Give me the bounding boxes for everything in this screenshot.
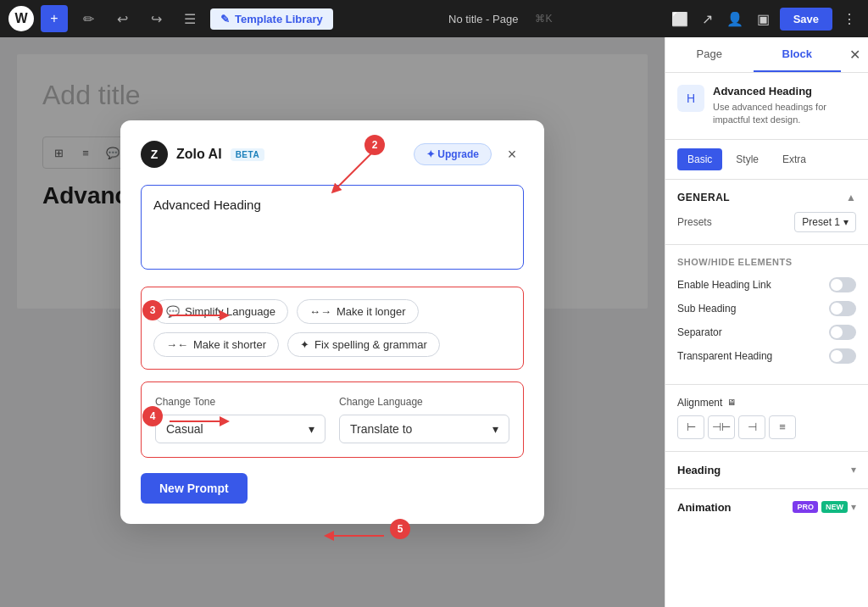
template-library-icon: ✎: [220, 13, 230, 25]
toggle-separator: Separator: [677, 325, 856, 340]
toggle-sub-heading-label: Sub Heading: [677, 303, 736, 315]
change-language-select[interactable]: Translate to ▾: [339, 415, 509, 443]
toggle-sub-heading-switch[interactable]: [829, 301, 856, 316]
block-info-icon: H: [677, 85, 704, 112]
heading-chevron-icon[interactable]: ▾: [851, 464, 856, 476]
toggle-separator-switch[interactable]: [829, 325, 856, 340]
toggle-sub-heading: Sub Heading: [677, 301, 856, 316]
make-shorter-label: Make it shorter: [193, 338, 266, 351]
annotation-5: 5: [390, 519, 410, 539]
list-view-button[interactable]: ☰: [176, 5, 203, 32]
modal-logo-area: Z Zolo AI BETA: [141, 141, 264, 168]
align-center-button[interactable]: ⊣⊢: [708, 415, 735, 439]
presets-row: Presets Preset 1 ▾: [677, 212, 856, 232]
save-button[interactable]: Save: [780, 8, 832, 31]
style-tab-extra[interactable]: Extra: [772, 148, 816, 170]
animation-chevron-icon[interactable]: ▾: [851, 501, 856, 513]
edit-icon-button[interactable]: ✏: [75, 5, 102, 32]
expand-icon: ↔→: [309, 305, 331, 318]
change-language-col: Change Language Translate to ▾: [339, 396, 509, 443]
toggle-heading-link: Enable Heading Link: [677, 277, 856, 292]
presets-label: Presets: [677, 216, 712, 228]
general-title: General: [677, 192, 730, 203]
svg-line-0: [335, 152, 373, 190]
page-title: No title - Page: [448, 13, 518, 25]
animation-badges: PRO NEW ▾: [793, 501, 856, 513]
page-title-area: No title - Page ⌘K: [340, 13, 661, 25]
annotation-3-arrow: [165, 307, 233, 332]
fix-spelling-label: Fix spelling & grammar: [314, 338, 427, 351]
new-prompt-button[interactable]: New Prompt: [141, 473, 248, 504]
template-library-button[interactable]: ✎ Template Library: [210, 8, 333, 30]
block-info: H Advanced Heading Use advanced headings…: [665, 73, 868, 140]
tab-block[interactable]: Block: [754, 37, 842, 72]
change-tone-label: Change Tone: [155, 396, 326, 408]
animation-section: Animation PRO NEW ▾: [665, 489, 868, 526]
style-tab-basic[interactable]: Basic: [677, 148, 722, 170]
annotation-5-arrow: [320, 527, 388, 553]
toggle-heading-link-label: Enable Heading Link: [677, 279, 771, 291]
show-hide-title: SHOW/HIDE ELEMENTS: [677, 257, 856, 267]
sidebar-close-button[interactable]: ✕: [841, 42, 868, 69]
right-sidebar: Page Block ✕ H Advanced Heading Use adva…: [665, 37, 868, 607]
modal-footer: New Prompt: [141, 473, 524, 504]
more-options-icon[interactable]: ⋮: [839, 8, 860, 31]
zolo-logo: Z: [141, 141, 168, 168]
toggle-heading-link-switch[interactable]: [829, 277, 856, 292]
toggle-transparent-heading-switch[interactable]: [829, 348, 856, 364]
block-title: Advanced Heading: [713, 85, 856, 97]
heading-section-label: Heading: [677, 464, 721, 476]
main-area: Add title ⊞ ≡ 💬 ✏ ⬡ B Advanced He 2: [0, 37, 868, 607]
make-longer-button[interactable]: ↔→ Make it longer: [297, 299, 419, 324]
annotation-4: 4: [142, 406, 163, 426]
chevron-down-icon: ▾: [309, 422, 314, 436]
language-value: Translate to: [350, 422, 412, 436]
alignment-device-icon: 🖥: [727, 398, 736, 407]
presets-chevron-icon: ▾: [843, 216, 849, 228]
tab-page[interactable]: Page: [665, 37, 754, 72]
add-block-button[interactable]: +: [41, 5, 68, 32]
beta-badge: BETA: [231, 148, 264, 161]
brand-name: Zolo AI: [176, 147, 222, 162]
close-modal-button[interactable]: ×: [500, 142, 524, 166]
wp-logo[interactable]: W: [8, 6, 34, 31]
preview-icon[interactable]: ↗: [698, 8, 716, 31]
annotation-3: 3: [142, 300, 163, 320]
template-library-label: Template Library: [235, 13, 323, 25]
avatar-icon[interactable]: 👤: [723, 8, 747, 31]
redo-button[interactable]: ↪: [142, 5, 170, 32]
general-section: General ▲ Presets Preset 1 ▾: [665, 180, 868, 245]
heading-section: Heading ▾: [665, 452, 868, 489]
align-justify-button[interactable]: ≡: [769, 415, 796, 439]
editor-area: Add title ⊞ ≡ 💬 ✏ ⬡ B Advanced He 2: [0, 37, 665, 607]
sparkle-icon: ✦: [300, 338, 309, 351]
alignment-label: Alignment 🖥: [677, 397, 856, 409]
presets-select[interactable]: Preset 1 ▾: [794, 212, 856, 232]
sidebar-style-tabs: Basic Style Extra: [665, 140, 868, 180]
alignment-buttons: ⊢ ⊣⊢ ⊣ ≡: [677, 415, 856, 439]
chevron-down-icon2: ▾: [492, 422, 498, 436]
block-desc: Use advanced headings for impactful text…: [713, 101, 856, 127]
change-language-label: Change Language: [339, 396, 509, 408]
align-right-button[interactable]: ⊣: [738, 415, 765, 439]
undo-button[interactable]: ↩: [108, 5, 136, 32]
toggle-transparent-heading-label: Transparent Heading: [677, 350, 772, 362]
presets-value: Preset 1: [802, 216, 840, 228]
devices-icon[interactable]: ⬜: [668, 8, 692, 31]
style-tab-style[interactable]: Style: [726, 148, 769, 170]
make-shorter-button[interactable]: →← Make it shorter: [153, 332, 279, 357]
general-chevron-icon[interactable]: ▲: [846, 192, 856, 203]
sidebar-tabs: Page Block ✕: [665, 37, 868, 73]
general-section-header: General ▲: [677, 192, 856, 203]
align-left-button[interactable]: ⊢: [677, 415, 704, 439]
show-hide-section: SHOW/HIDE ELEMENTS Enable Heading Link S…: [665, 245, 868, 385]
toggle-sidebar-icon[interactable]: ▣: [754, 8, 773, 31]
alignment-section: Alignment 🖥 ⊢ ⊣⊢ ⊣ ≡: [665, 385, 868, 452]
animation-section-label: Animation: [677, 501, 732, 514]
upgrade-button[interactable]: ✦ Upgrade: [414, 143, 492, 165]
new-badge: NEW: [821, 501, 848, 513]
alignment-text: Alignment: [677, 397, 722, 409]
fix-spelling-button[interactable]: ✦ Fix spelling & grammar: [287, 332, 440, 357]
annotation-2-arrow: [331, 148, 381, 198]
block-info-text: Advanced Heading Use advanced headings f…: [713, 85, 856, 127]
